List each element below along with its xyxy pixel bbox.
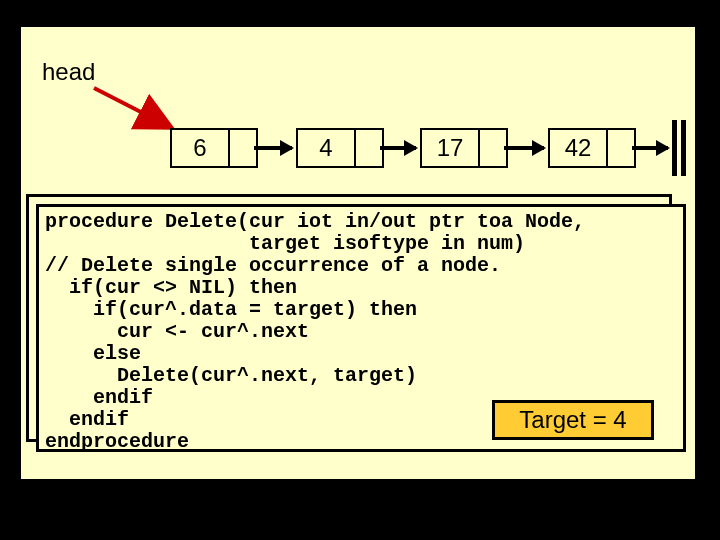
list-node-2: 4 (296, 128, 384, 168)
code-line: Delete(cur^.next, target) (45, 364, 417, 387)
code-line: endprocedure (45, 430, 189, 453)
list-node-3-ptr (480, 130, 506, 166)
slide-stage: head 6 4 17 42 procedure Delete(cur io (0, 0, 720, 540)
list-node-3-data: 17 (422, 130, 480, 166)
next-arrow-2 (380, 146, 416, 150)
list-node-2-ptr (356, 130, 382, 166)
nil-terminator (672, 120, 686, 176)
code-line: else (45, 342, 141, 365)
list-node-3: 17 (420, 128, 508, 168)
code-line: endif (45, 408, 129, 431)
next-arrow-4 (632, 146, 668, 150)
code-line: target isoftype in num) (45, 232, 525, 255)
next-arrow-3 (504, 146, 544, 150)
next-arrow-1 (254, 146, 292, 150)
code-line: endif (45, 386, 153, 409)
code-line: procedure Delete(cur iot in/out ptr toa … (45, 210, 585, 233)
list-node-2-data: 4 (298, 130, 356, 166)
code-line: cur <- cur^.next (45, 320, 309, 343)
list-node-4-data: 42 (550, 130, 608, 166)
list-node-1: 6 (170, 128, 258, 168)
code-line: if(cur^.data = target) then (45, 298, 417, 321)
head-label: head (42, 58, 95, 86)
list-node-4-ptr (608, 130, 634, 166)
code-line: if(cur <> NIL) then (45, 276, 297, 299)
list-node-1-data: 6 (172, 130, 230, 166)
target-badge: Target = 4 (492, 400, 654, 440)
code-line: // Delete single occurrence of a node. (45, 254, 501, 277)
list-node-4: 42 (548, 128, 636, 168)
list-node-1-ptr (230, 130, 256, 166)
